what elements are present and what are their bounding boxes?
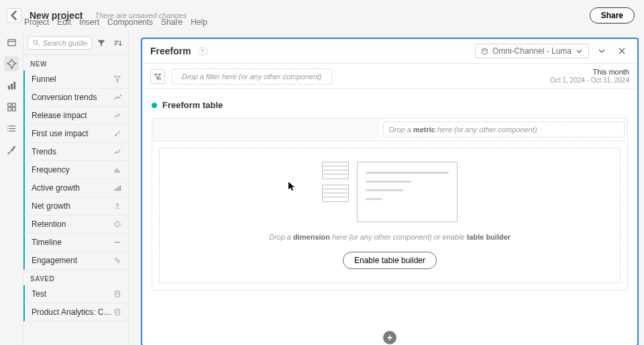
- chevron-down-icon: [576, 48, 583, 55]
- menu-help[interactable]: Help: [191, 17, 207, 27]
- info-icon[interactable]: ?: [198, 46, 207, 56]
- sidebar-item-label: Retention: [32, 219, 113, 229]
- svg-point-20: [120, 95, 121, 96]
- close-icon: [617, 46, 627, 56]
- svg-rect-28: [118, 187, 119, 191]
- rail-barchart-icon[interactable]: [4, 78, 19, 93]
- frequency-icon: [113, 166, 121, 174]
- new-item-list: FunnelConversion trendsRelease impactFir…: [23, 70, 128, 270]
- dataview-selector[interactable]: Omni-Channel - Luma: [475, 44, 589, 58]
- svg-point-38: [117, 260, 119, 262]
- svg-rect-2: [7, 85, 9, 89]
- sort-button[interactable]: [111, 36, 124, 50]
- sidebar-item-label: First use impact: [32, 129, 113, 138]
- date-main: This month: [550, 68, 629, 77]
- search-icon: [32, 39, 40, 47]
- database-icon: [481, 48, 488, 55]
- search-input[interactable]: Search guided ana…: [28, 36, 92, 50]
- menu-share[interactable]: Share: [161, 17, 182, 27]
- enable-table-builder-button[interactable]: Enable table builder: [343, 252, 437, 269]
- saved-icon: [113, 308, 121, 316]
- svg-point-35: [117, 242, 119, 243]
- collapse-button[interactable]: [594, 44, 609, 58]
- canvas: Freeform ? Omni-Channel - Luma: [129, 31, 644, 345]
- date-range[interactable]: This month Oct 1, 2024 - Oct 31, 2024: [550, 68, 629, 85]
- sidebar-item[interactable]: Conversion trends: [23, 89, 128, 107]
- add-visualization-button[interactable]: +: [383, 331, 396, 344]
- menu-insert[interactable]: Insert: [79, 17, 99, 27]
- sidebar-item[interactable]: First use impact: [23, 125, 128, 143]
- rail-list-icon[interactable]: [4, 121, 19, 136]
- firstuse-icon: [113, 130, 121, 138]
- menu-edit[interactable]: Edit: [57, 17, 71, 27]
- svg-point-13: [7, 128, 9, 129]
- svg-point-49: [159, 77, 161, 79]
- filter-button[interactable]: [95, 36, 108, 50]
- table-title[interactable]: Freeform table: [152, 100, 628, 110]
- component-sidebar: Search guided ana… NEW FunnelConversion …: [23, 31, 129, 345]
- filter-drop-zone[interactable]: Drop a filter here (or any other compone…: [172, 68, 332, 85]
- sidebar-item[interactable]: Product Analytics: Campai…: [23, 303, 128, 322]
- sidebar-item[interactable]: Engagement: [23, 252, 128, 270]
- growth-icon: [113, 184, 121, 192]
- sidebar-item[interactable]: Net growth: [23, 197, 128, 215]
- svg-rect-24: [117, 168, 118, 172]
- svg-point-30: [116, 204, 118, 206]
- sidebar-item-label: Timeline: [32, 238, 113, 247]
- menu-components[interactable]: Components: [107, 17, 153, 27]
- share-button[interactable]: Share: [590, 7, 635, 23]
- svg-rect-3: [11, 83, 13, 89]
- menu-project[interactable]: Project: [24, 17, 49, 27]
- metric-drop-zone[interactable]: Drop a metric here (or any other compone…: [383, 121, 625, 138]
- funnel-filter-icon: [154, 72, 162, 81]
- back-button[interactable]: [7, 8, 21, 23]
- netgrowth-icon: [113, 202, 121, 210]
- svg-point-36: [119, 242, 121, 243]
- sidebar-item[interactable]: Test: [23, 285, 128, 303]
- freeform-panel: Freeform ? Omni-Channel - Luma: [141, 38, 639, 345]
- sort-icon: [113, 38, 122, 48]
- menubar: Project Edit Insert Components Share Hel…: [24, 17, 207, 31]
- conversion-icon: [113, 93, 121, 101]
- date-sub: Oct 1, 2024 - Oct 31, 2024: [550, 77, 629, 85]
- svg-point-46: [482, 48, 487, 50]
- svg-point-15: [34, 40, 38, 44]
- svg-point-31: [115, 222, 119, 226]
- chevron-left-icon: [7, 9, 21, 22]
- rail-panel-icon[interactable]: [4, 35, 19, 50]
- search-placeholder: Search guided ana…: [43, 39, 87, 47]
- sidebar-item-label: Test: [32, 289, 113, 299]
- svg-point-14: [7, 130, 9, 132]
- rail-dashboard-icon[interactable]: [4, 99, 19, 114]
- svg-line-16: [38, 44, 40, 46]
- sidebar-item[interactable]: Release impact: [23, 107, 128, 125]
- sidebar-item[interactable]: Funnel: [23, 70, 128, 89]
- section-new-label: NEW: [23, 55, 128, 70]
- sidebar-item[interactable]: Retention: [23, 215, 128, 234]
- panel-title[interactable]: Freeform: [150, 46, 191, 56]
- rail-visualizations-icon[interactable]: [4, 56, 19, 71]
- filter-icon: [97, 38, 106, 48]
- svg-point-12: [7, 126, 9, 127]
- svg-rect-7: [7, 107, 11, 111]
- dimension-drop-zone[interactable]: Drop a dimension here (or any other comp…: [159, 148, 621, 283]
- svg-rect-0: [7, 39, 15, 45]
- sidebar-item[interactable]: Frequency: [23, 161, 128, 179]
- svg-rect-25: [119, 170, 120, 172]
- sidebar-item-label: Release impact: [32, 111, 113, 120]
- svg-rect-6: [12, 103, 15, 106]
- close-button[interactable]: [614, 44, 629, 58]
- panel-filter-icon-box[interactable]: [150, 69, 165, 84]
- dimension-header-stub: [152, 119, 380, 139]
- sidebar-item[interactable]: Active growth: [23, 179, 128, 197]
- sidebar-item-label: Funnel: [32, 75, 113, 84]
- saved-item-list: TestProduct Analytics: Campai…: [23, 285, 128, 322]
- svg-rect-5: [7, 103, 11, 106]
- sidebar-item-label: Net growth: [32, 201, 113, 211]
- sidebar-item[interactable]: Trends: [23, 143, 128, 161]
- svg-rect-8: [12, 107, 15, 111]
- sidebar-item[interactable]: Timeline: [23, 234, 128, 252]
- sidebar-item-label: Trends: [32, 147, 113, 156]
- section-saved-label: SAVED: [23, 270, 128, 285]
- rail-brush-icon[interactable]: [4, 142, 19, 157]
